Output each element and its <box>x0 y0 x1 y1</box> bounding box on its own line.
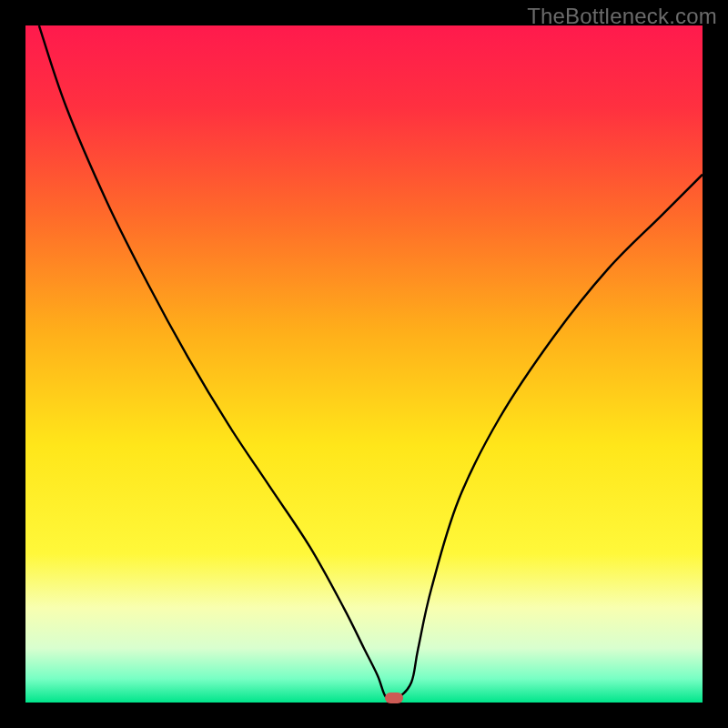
chart-svg <box>25 25 703 703</box>
chart-background-gradient <box>25 25 703 703</box>
chart-plot-area <box>25 25 703 703</box>
chart-frame: TheBottleneck.com <box>0 0 728 728</box>
watermark-text: TheBottleneck.com <box>527 4 717 29</box>
optimal-point-marker <box>385 693 403 703</box>
